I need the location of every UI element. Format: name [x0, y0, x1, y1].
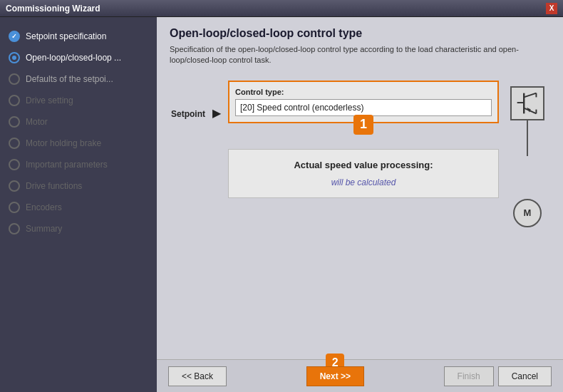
- content-header: Open-loop/closed-loop control type Speci…: [157, 17, 563, 73]
- svg-line-3: [524, 108, 536, 113]
- sidebar-item-drive-functions: Drive functions: [0, 175, 157, 197]
- actual-speed-title: Actual speed value processing:: [236, 160, 491, 170]
- diagram-container: Setpoint ▶ Control type: [20] Speed cont…: [171, 81, 549, 352]
- svg-line-2: [524, 93, 536, 97]
- transistor-svg: [512, 87, 543, 120]
- sidebar-label-important: Important parameters: [26, 160, 108, 170]
- inactive-icon-important: [9, 159, 20, 170]
- control-type-select[interactable]: [20] Speed control (encoderless) [21] Sp…: [235, 99, 492, 116]
- sidebar-label-drive-setting: Drive setting: [26, 96, 73, 105]
- transistor-symbol: [510, 86, 544, 120]
- inactive-icon-drive-functions: [9, 180, 20, 192]
- inactive-icon-motor: [9, 116, 20, 128]
- sidebar-item-important-params: Important parameters: [0, 154, 157, 175]
- wire-down: [527, 120, 528, 156]
- control-panel: Control type: [20] Speed control (encode…: [228, 81, 499, 198]
- active-icon-open-loop: [9, 52, 20, 63]
- content-body: Setpoint ▶ Control type: [20] Speed cont…: [157, 73, 563, 359]
- sidebar-label-drive-functions: Drive functions: [26, 181, 82, 191]
- finish-button[interactable]: Finish: [444, 366, 494, 386]
- sidebar-item-motor: Motor: [0, 111, 157, 133]
- back-button[interactable]: << Back: [168, 366, 227, 386]
- sidebar-label-encoders: Encoders: [26, 202, 62, 212]
- page-title: Open-loop/closed-loop control type: [170, 27, 550, 40]
- sidebar-label-summary: Summary: [26, 224, 62, 234]
- sidebar-item-drive-setting: Drive setting: [0, 90, 157, 111]
- control-select-wrapper: [20] Speed control (encoderless) [21] Sp…: [235, 99, 492, 116]
- content-area: Open-loop/closed-loop control type Speci…: [157, 17, 563, 392]
- next-button-wrapper: 2 Next >>: [306, 366, 364, 386]
- sidebar-item-motor-holding-brake: Motor holding brake: [0, 133, 157, 154]
- speed-value-box: Actual speed value processing: will be c…: [228, 149, 499, 198]
- control-type-box: Control type: [20] Speed control (encode…: [228, 81, 499, 123]
- setpoint-label: Setpoint: [171, 109, 205, 119]
- title-bar-text: Commissioning Wizard: [6, 4, 100, 14]
- inactive-icon-defaults: [9, 73, 20, 85]
- title-bar: Commissioning Wizard X: [0, 0, 563, 17]
- inactive-icon-summary: [9, 223, 20, 234]
- cancel-button[interactable]: Cancel: [498, 366, 552, 386]
- sidebar-label-open-loop: Open-loop/closed-loop ...: [26, 53, 121, 63]
- sidebar-label-motor: Motor: [26, 117, 48, 127]
- arrow-right-icon: ▶: [212, 106, 221, 120]
- sidebar-item-setpoint-spec[interactable]: Setpoint specification: [0, 26, 157, 47]
- motor-label: M: [524, 207, 532, 218]
- sidebar-item-open-loop[interactable]: Open-loop/closed-loop ...: [0, 47, 157, 68]
- finish-cancel-group: Finish Cancel: [444, 366, 552, 386]
- motor-symbol: M: [513, 199, 542, 227]
- circuit-diagram: M: [506, 86, 549, 227]
- close-button[interactable]: X: [546, 3, 557, 14]
- inactive-icon-encoders: [9, 202, 20, 213]
- sidebar-item-summary: Summary: [0, 218, 157, 239]
- sidebar-label-defaults: Defaults of the setpoi...: [26, 74, 113, 84]
- sidebar-item-defaults-setpoint[interactable]: Defaults of the setpoi...: [0, 68, 157, 90]
- sidebar-label-setpoint-spec: Setpoint specification: [26, 31, 106, 41]
- main-container: Setpoint specification Open-loop/closed-…: [0, 17, 563, 392]
- next-button[interactable]: Next >>: [306, 366, 364, 386]
- sidebar-label-motor-brake: Motor holding brake: [26, 138, 101, 148]
- check-icon-setpoint: [9, 31, 20, 42]
- sidebar-item-encoders: Encoders: [0, 197, 157, 218]
- control-type-label: Control type:: [235, 88, 492, 96]
- actual-speed-value: will be calculated: [236, 177, 491, 187]
- bottom-bar: << Back 2 Next >> Finish Cancel: [157, 359, 563, 392]
- badge-1: 1: [353, 115, 373, 135]
- inactive-icon-drive-setting: [9, 95, 20, 106]
- inactive-icon-motor-brake: [9, 138, 20, 149]
- page-description: Specification of the open-loop/closed-lo…: [170, 44, 550, 66]
- sidebar: Setpoint specification Open-loop/closed-…: [0, 17, 157, 392]
